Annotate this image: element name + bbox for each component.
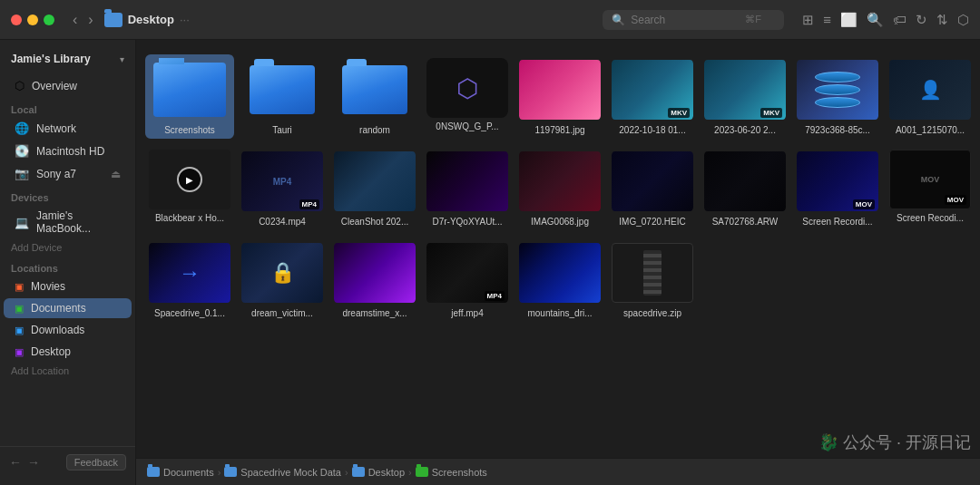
- file-item-jeff[interactable]: MP4 jeff.mp4: [423, 238, 512, 322]
- sidebar-item-documents[interactable]: ▣ Documents: [4, 298, 132, 318]
- arrow-thumb: →: [149, 243, 230, 303]
- documents-icon: ▣: [15, 303, 24, 315]
- file-thumb-dreamstime: [334, 241, 416, 305]
- title-folder: Desktop ···: [104, 13, 190, 27]
- breadcrumb-documents[interactable]: Documents: [147, 467, 214, 478]
- breadcrumb-desktop[interactable]: Desktop: [352, 467, 405, 478]
- file-item-7923[interactable]: 7923c368-85c...: [793, 54, 882, 139]
- file-item-random[interactable]: random: [330, 54, 419, 139]
- sidebar-item-sony[interactable]: 📷 Sony a7 ⏏: [4, 163, 132, 184]
- back-button[interactable]: ‹: [69, 10, 81, 30]
- file-name-mountains: mountains_dri...: [527, 308, 592, 318]
- search-bar[interactable]: 🔍 ⌘F: [603, 10, 784, 30]
- mountains-thumb: [519, 243, 601, 303]
- folder-screenshots-icon: [153, 63, 226, 117]
- breadcrumb-documents-icon: [147, 467, 160, 477]
- sidebar-item-macbook[interactable]: 💻 Jamie's MacBook...: [4, 206, 132, 238]
- mov-text: MOV: [921, 175, 940, 184]
- forward-nav-icon[interactable]: →: [27, 455, 40, 470]
- sidebar-item-movies[interactable]: ▣ Movies: [4, 276, 132, 296]
- search-input[interactable]: [631, 14, 740, 26]
- file-thumb-7923: [797, 58, 878, 121]
- window-icon[interactable]: ⬡: [957, 12, 969, 28]
- file-thumb-1197981: [519, 58, 601, 121]
- file-item-dream-victim[interactable]: 🔒 dream_victim...: [238, 238, 327, 322]
- add-device-button[interactable]: Add Device: [0, 239, 135, 256]
- file-item-spacedrive01[interactable]: → Spacedrive_0.1...: [145, 238, 234, 322]
- file-item-img0720[interactable]: IMG_0720.HEIC: [608, 146, 697, 230]
- file-item-a001[interactable]: 👤 A001_1215070...: [886, 54, 975, 139]
- sidebar-item-downloads[interactable]: ▣ Downloads: [4, 320, 132, 340]
- breadcrumb-screenshots[interactable]: Screenshots: [416, 467, 487, 478]
- file-item-mountains[interactable]: mountains_dri...: [515, 238, 604, 322]
- file-item-2023[interactable]: MKV 2023-06-20 2...: [701, 54, 789, 139]
- file-item-screenshots[interactable]: Screenshots: [145, 54, 234, 139]
- tag-icon[interactable]: 🏷: [893, 12, 906, 27]
- file-item-screen-rec2[interactable]: MOV MOV Screen Recodi...: [886, 146, 975, 230]
- forward-button[interactable]: ›: [84, 10, 96, 30]
- file-item-c0234[interactable]: MP4 MP4 C0234.mp4: [238, 146, 327, 230]
- sidebar-item-macintosh[interactable]: 💽 Macintosh HD: [4, 141, 132, 161]
- search-icon2[interactable]: 🔍: [867, 12, 884, 28]
- file-thumb-screenshots: [149, 58, 230, 121]
- file-item-screen-rec1[interactable]: MOV Screen Recordi...: [793, 146, 882, 230]
- file-thumb-blackbear-ho: ▶: [149, 150, 230, 209]
- file-item-2022[interactable]: MKV 2022-10-18 01...: [608, 54, 697, 139]
- search-icon: 🔍: [612, 14, 625, 26]
- refresh-icon[interactable]: ↻: [916, 12, 927, 28]
- traffic-lights: [11, 15, 54, 25]
- file-item-d7r[interactable]: D7r-YQoXYAUt...: [423, 146, 512, 230]
- file-item-spacedrive-zip[interactable]: spacedrive.zip: [608, 238, 697, 322]
- pink-thumb: [519, 60, 601, 120]
- grid-view-icon[interactable]: ⊞: [802, 12, 814, 28]
- db-thumb: [797, 60, 878, 120]
- back-nav-icon[interactable]: ←: [9, 455, 22, 470]
- file-thumb-cleanshot: [334, 150, 416, 213]
- breadcrumb-spacedrive-icon: [224, 467, 237, 477]
- library-name: Jamie's Library: [11, 53, 91, 65]
- local-section-label: Local: [0, 97, 135, 117]
- sidebar-item-network[interactable]: 🌐 Network: [4, 118, 132, 139]
- add-location-button[interactable]: Add Location: [0, 363, 135, 379]
- main-layout: Jamie's Library ▾ ⬡ Overview Local 🌐 Net…: [0, 40, 980, 485]
- person-icon: 👤: [919, 79, 942, 101]
- nav-buttons: ‹ ›: [69, 10, 97, 30]
- file-thumb-d7r: [426, 150, 508, 213]
- mkv2-badge: MKV: [760, 108, 782, 118]
- screenshot-thumb: [334, 151, 416, 211]
- locations-section-label: Locations: [0, 256, 135, 276]
- file-thumb-jeff: MP4: [426, 241, 508, 305]
- library-selector[interactable]: Jamie's Library ▾: [0, 47, 135, 71]
- file-item-blackbear-ho[interactable]: ▶ Blackbear x Ho...: [145, 146, 234, 230]
- file-item-tauri[interactable]: Tauri: [238, 54, 327, 139]
- sidebar-item-desktop[interactable]: ▣ Desktop: [4, 342, 132, 362]
- lock-thumb: 🔒: [241, 243, 323, 303]
- minimize-button[interactable]: [27, 15, 38, 25]
- file-item-sa702[interactable]: SA702768.ARW: [701, 146, 789, 230]
- title-more[interactable]: ···: [180, 13, 190, 26]
- file-item-imag[interactable]: IMAG0068.jpg: [515, 146, 604, 230]
- close-button[interactable]: [11, 15, 22, 25]
- file-name-blackbear-ho: Blackbear x Ho...: [155, 213, 224, 223]
- filter-icon[interactable]: ⇅: [936, 12, 948, 28]
- eject-icon[interactable]: ⏏: [111, 168, 121, 180]
- file-thumb-screen-rec2: MOV MOV: [889, 150, 971, 209]
- arw-thumb: [704, 151, 786, 211]
- devices-section-label: Devices: [0, 185, 135, 205]
- preview-icon[interactable]: ⬜: [840, 12, 858, 28]
- breadcrumb-spacedrive[interactable]: Spacedrive Mock Data: [224, 467, 341, 478]
- file-item-1197981[interactable]: 1197981.jpg: [515, 54, 604, 139]
- file-thumb-tauri: [241, 58, 323, 121]
- file-item-dreamstime[interactable]: dreamstime_x...: [330, 238, 419, 322]
- maximize-button[interactable]: [44, 15, 54, 25]
- file-item-cleanshot[interactable]: CleanShot 202...: [330, 146, 419, 230]
- sidebar-item-overview[interactable]: ⬡ Overview: [4, 75, 132, 96]
- list-view-icon[interactable]: ≡: [823, 12, 831, 27]
- sidebar-bottom: ← → Feedback: [0, 446, 135, 478]
- purple-thumb: [334, 243, 416, 303]
- mp4-badge-jeff: MP4: [485, 291, 505, 301]
- feedback-button[interactable]: Feedback: [66, 454, 126, 470]
- file-item-onswq[interactable]: ⬡ 0NSWQ_G_P...: [423, 54, 512, 139]
- file-name-onswq: 0NSWQ_G_P...: [436, 121, 498, 131]
- person-thumb: 👤: [889, 60, 971, 120]
